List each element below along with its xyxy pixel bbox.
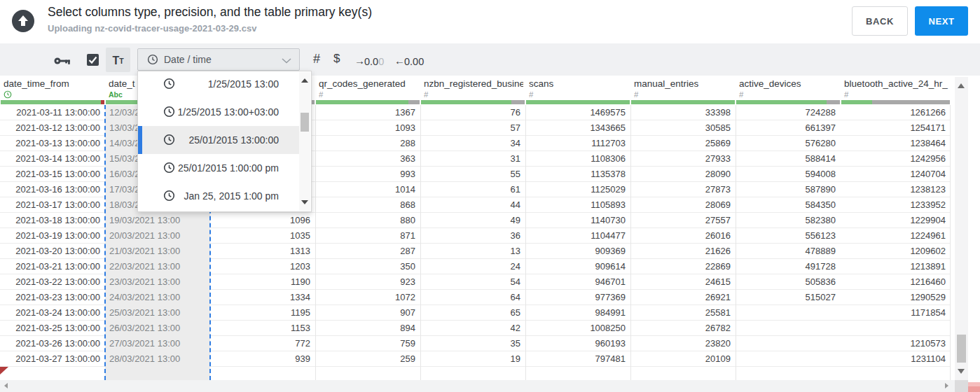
table-cell[interactable]: 1153: [210, 321, 315, 335]
table-cell[interactable]: 49: [420, 213, 525, 227]
table-cell[interactable]: 2021-03-20 13:00:00: [0, 244, 105, 258]
table-cell[interactable]: 55: [420, 167, 525, 181]
table-cell[interactable]: 22/03/2021 13:00: [105, 259, 210, 274]
table-cell[interactable]: 584350: [736, 197, 841, 212]
table-cell[interactable]: 288: [315, 136, 420, 150]
vertical-scrollbar[interactable]: [955, 77, 968, 380]
table-cell[interactable]: 28069: [630, 197, 736, 212]
table-cell[interactable]: 2021-03-22 13:00:00: [0, 274, 105, 289]
table-cell[interactable]: 57: [420, 120, 525, 135]
table-cell[interactable]: 2021-03-13 13:00:00: [0, 136, 105, 150]
table-cell[interactable]: 1108306: [525, 151, 630, 166]
table-cell[interactable]: 26/03/2021 13:00: [105, 321, 210, 335]
table-cell[interactable]: 1231104: [841, 351, 951, 366]
table-cell[interactable]: 65: [420, 305, 525, 320]
table-cell[interactable]: 23/03/2021 13:00: [105, 274, 210, 289]
table-cell[interactable]: 759: [315, 336, 420, 351]
table-cell[interactable]: 1469575: [525, 105, 630, 120]
table-cell[interactable]: 1238464: [841, 136, 951, 150]
back-button[interactable]: BACK: [852, 6, 908, 36]
table-cell[interactable]: 797481: [525, 351, 630, 366]
table-cell[interactable]: 1209602: [841, 244, 951, 258]
table-cell[interactable]: 1135378: [525, 167, 630, 181]
horizontal-scrollbar[interactable]: [0, 380, 955, 392]
table-cell[interactable]: 1096: [210, 213, 315, 227]
scroll-up-arrow[interactable]: [958, 83, 965, 88]
table-cell[interactable]: 1203: [210, 259, 315, 274]
table-cell[interactable]: 64: [420, 290, 525, 304]
table-cell[interactable]: 54: [420, 274, 525, 289]
currency-type-button[interactable]: $: [333, 52, 340, 66]
table-cell[interactable]: 478889: [736, 244, 841, 258]
scroll-left-arrow[interactable]: [4, 383, 8, 388]
table-cell[interactable]: 1195: [210, 305, 315, 320]
table-cell[interactable]: 22869: [630, 259, 736, 274]
table-cell[interactable]: [736, 336, 841, 351]
table-cell[interactable]: [736, 351, 841, 366]
table-cell[interactable]: 2021-03-14 13:00:00: [0, 151, 105, 166]
table-cell[interactable]: 909614: [525, 259, 630, 274]
table-cell[interactable]: 1229904: [841, 213, 951, 227]
table-cell[interactable]: 1313: [210, 244, 315, 258]
table-cell[interactable]: 1240704: [841, 167, 951, 181]
table-cell[interactable]: 2021-03-17 13:00:00: [0, 197, 105, 212]
table-cell[interactable]: 21/03/2021 13:00: [105, 244, 210, 258]
table-cell[interactable]: 25/03/2021 13:00: [105, 305, 210, 320]
type-select-dropdown[interactable]: Date / time: [137, 48, 300, 71]
table-cell[interactable]: 505836: [736, 274, 841, 289]
table-cell[interactable]: 28090: [630, 167, 736, 181]
table-cell[interactable]: 909369: [525, 244, 630, 258]
table-cell[interactable]: 2021-03-15 13:00:00: [0, 167, 105, 181]
column-header[interactable]: scans: [529, 78, 628, 91]
table-cell[interactable]: 2021-03-16 13:00:00: [0, 182, 105, 197]
table-cell[interactable]: 363: [315, 151, 420, 166]
column-header[interactable]: date_time_from: [4, 78, 103, 91]
table-cell[interactable]: 984991: [525, 305, 630, 320]
table-cell[interactable]: 588414: [736, 151, 841, 166]
table-cell[interactable]: 30585: [630, 120, 736, 135]
table-cell[interactable]: 2021-03-18 13:00:00: [0, 213, 105, 227]
table-cell[interactable]: 1224961: [841, 228, 951, 243]
table-cell[interactable]: 2021-03-24 13:00:00: [0, 305, 105, 320]
table-cell[interactable]: 661397: [736, 120, 841, 135]
integer-type-button[interactable]: #: [313, 52, 320, 66]
table-cell[interactable]: 19/03/2021 13:00: [105, 213, 210, 227]
table-cell[interactable]: 2021-03-12 13:00:00: [0, 120, 105, 135]
table-cell[interactable]: 259: [315, 351, 420, 366]
table-cell[interactable]: 2021-03-27 13:00:00: [0, 351, 105, 366]
scroll-down-arrow[interactable]: [958, 369, 965, 374]
column-header[interactable]: active_devices: [739, 78, 838, 91]
table-cell[interactable]: 20109: [630, 351, 736, 366]
table-cell[interactable]: 33398: [630, 105, 736, 120]
table-cell[interactable]: 894: [315, 321, 420, 335]
table-cell[interactable]: 27/03/2021 13:00: [105, 336, 210, 351]
table-cell[interactable]: 1334: [210, 290, 315, 304]
table-cell[interactable]: 1290529: [841, 290, 951, 304]
table-cell[interactable]: 594008: [736, 167, 841, 181]
table-cell[interactable]: 772: [210, 336, 315, 351]
table-cell[interactable]: 25581: [630, 305, 736, 320]
dropdown-option[interactable]: Jan 25, 2015 1:00 pm: [138, 182, 300, 210]
table-cell[interactable]: 946701: [525, 274, 630, 289]
table-cell[interactable]: [736, 321, 841, 335]
table-cell[interactable]: 20/03/2021 13:00: [105, 228, 210, 243]
table-cell[interactable]: 26016: [630, 228, 736, 243]
table-cell[interactable]: 1125029: [525, 182, 630, 197]
table-cell[interactable]: 868: [315, 197, 420, 212]
decrease-precision-button[interactable]: ←0.00: [394, 55, 424, 67]
column-header[interactable]: bluetooth_active_24_hr_: [844, 78, 948, 91]
table-cell[interactable]: 13: [420, 244, 525, 258]
table-cell[interactable]: 1140730: [525, 213, 630, 227]
table-cell[interactable]: 2021-03-11 13:00:00: [0, 105, 105, 120]
table-cell[interactable]: 1112703: [525, 136, 630, 150]
table-cell[interactable]: 960193: [525, 336, 630, 351]
table-cell[interactable]: 44: [420, 197, 525, 212]
table-cell[interactable]: 1104477: [525, 228, 630, 243]
table-cell[interactable]: 61: [420, 182, 525, 197]
table-cell[interactable]: 923: [315, 274, 420, 289]
table-cell[interactable]: 1210573: [841, 336, 951, 351]
table-cell[interactable]: 871: [315, 228, 420, 243]
table-cell[interactable]: 24: [420, 259, 525, 274]
table-cell[interactable]: 515027: [736, 290, 841, 304]
table-cell[interactable]: 1261266: [841, 105, 951, 120]
